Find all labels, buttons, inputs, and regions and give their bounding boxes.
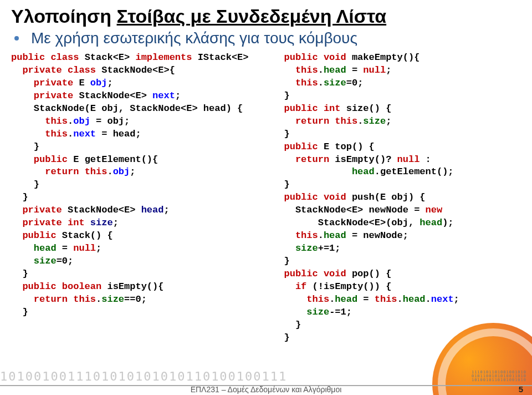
footer-label: ΕΠΛ231 – Δομές Δεδομένων και Αλγόριθμοι (0, 385, 532, 395)
page-number: 5 (519, 384, 523, 394)
slide-subtitle: Με χρήση εσωτερικής κλάσης για τους κόμβ… (0, 29, 532, 52)
subtitle-text: Με χρήση εσωτερικής κλάσης για τους κόμβ… (31, 29, 357, 47)
code-column-right: public void makeEmpty(){ this.head = nul… (284, 52, 521, 345)
title-prefix: Υλοποίηση (11, 6, 117, 27)
slide-title: Υλοποίηση Στοίβας με Συνδεδεμένη Λίστα (0, 0, 532, 29)
bullet-icon (14, 36, 19, 40)
code-columns: public class Stack<E> implements IStack<… (0, 52, 532, 345)
dots-text: 1110101101001001010 0101100101010011010 … (472, 371, 526, 382)
code-column-left: public class Stack<E> implements IStack<… (11, 52, 273, 345)
slide-footer: 1010010011101010101010110100100111 11101… (0, 369, 532, 395)
title-underlined: Στοίβας με Συνδεδεμένη Λίστα (117, 6, 387, 27)
dots-decoration: 1110101101001001010 0101100101010011010 … (472, 371, 526, 383)
